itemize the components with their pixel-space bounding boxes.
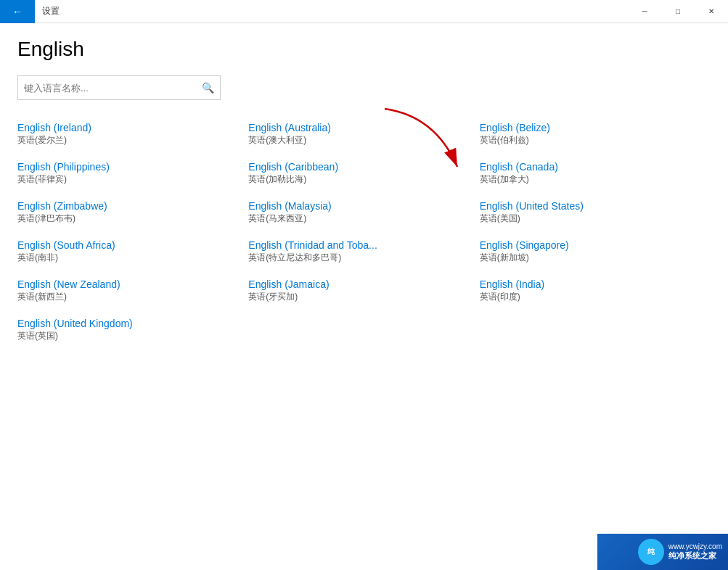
language-name[interactable]: English (Canada) <box>480 161 705 173</box>
back-button[interactable]: ← <box>0 0 35 23</box>
language-native: 英语(加拿大) <box>480 173 705 186</box>
language-name[interactable]: English (Caribbean) <box>248 161 473 173</box>
watermark-logo: 纯 <box>638 539 664 565</box>
language-native: 英语(马来西亚) <box>248 212 473 225</box>
language-native: 英语(加勒比海) <box>248 173 473 186</box>
titlebar: ← 设置 ─ □ ✕ <box>0 0 728 23</box>
language-item[interactable]: English (Australia)英语(澳大利亚) <box>248 117 479 154</box>
language-item[interactable]: English (Ireland)英语(爱尔兰) <box>17 117 248 154</box>
page-title: English <box>17 38 711 61</box>
language-item[interactable]: English (Trinidad and Toba...英语(特立尼达和多巴哥… <box>248 235 479 271</box>
language-item[interactable]: English (Malaysia)英语(马来西亚) <box>248 196 479 232</box>
language-native: 英语(爱尔兰) <box>17 134 242 146</box>
language-name[interactable]: English (India) <box>480 278 705 290</box>
language-item[interactable]: English (Jamaica)英语(牙买加) <box>248 274 479 310</box>
search-box[interactable]: 🔍 <box>17 75 221 100</box>
language-item[interactable]: English (Caribbean)英语(加勒比海) <box>248 157 479 193</box>
language-name[interactable]: English (United Kingdom) <box>17 318 242 329</box>
language-item[interactable]: English (Singapore)英语(新加坡) <box>480 235 711 271</box>
language-native: 英语(津巴布韦) <box>17 212 242 225</box>
language-native: 英语(菲律宾) <box>17 173 242 186</box>
language-item[interactable]: English (New Zealand)英语(新西兰) <box>17 274 248 310</box>
minimize-button[interactable]: ─ <box>628 0 661 23</box>
main-content: English 🔍 English (Ireland)英语(爱尔兰)Englis… <box>0 23 728 364</box>
language-name[interactable]: English (Trinidad and Toba... <box>248 239 473 251</box>
language-name[interactable]: English (Belize) <box>480 122 705 133</box>
language-grid: English (Ireland)英语(爱尔兰)English (Austral… <box>17 117 711 350</box>
search-input[interactable] <box>24 83 202 94</box>
language-name[interactable]: English (Jamaica) <box>248 278 473 290</box>
language-name[interactable]: English (South Africa) <box>17 239 242 251</box>
language-name[interactable]: English (Malaysia) <box>248 200 473 212</box>
language-native: 英语(牙买加) <box>248 291 473 303</box>
language-name[interactable]: English (United States) <box>480 200 705 212</box>
language-native: 英语(南非) <box>17 252 242 264</box>
language-item[interactable]: English (Belize)英语(伯利兹) <box>480 117 711 154</box>
language-name[interactable]: English (New Zealand) <box>17 278 242 290</box>
watermark: 纯 www.ycwjzy.com 纯净系统之家 <box>597 534 728 570</box>
language-native: 英语(英国) <box>17 330 242 342</box>
language-item[interactable]: English (United Kingdom)英语(英国) <box>17 313 248 350</box>
window-controls: ─ □ ✕ <box>628 0 728 23</box>
language-name[interactable]: English (Zimbabwe) <box>17 200 242 212</box>
language-item[interactable]: English (South Africa)英语(南非) <box>17 235 248 271</box>
language-native: 英语(印度) <box>480 291 705 303</box>
language-native: 英语(新加坡) <box>480 252 705 264</box>
back-arrow-icon: ← <box>12 6 23 17</box>
maximize-button[interactable]: □ <box>661 0 695 23</box>
language-name[interactable]: English (Singapore) <box>480 239 705 251</box>
language-item[interactable]: English (Philippines)英语(菲律宾) <box>17 157 248 193</box>
language-name[interactable]: English (Australia) <box>248 122 473 133</box>
close-button[interactable]: ✕ <box>695 0 728 23</box>
language-native: 英语(新西兰) <box>17 291 242 303</box>
language-name[interactable]: English (Ireland) <box>17 122 242 133</box>
language-native: 英语(美国) <box>480 212 705 225</box>
watermark-text: www.ycwjzy.com 纯净系统之家 <box>668 542 722 561</box>
language-item[interactable]: English (Zimbabwe)英语(津巴布韦) <box>17 196 248 232</box>
language-native: 英语(特立尼达和多巴哥) <box>248 252 473 264</box>
language-native: 英语(伯利兹) <box>480 134 705 146</box>
language-item[interactable]: English (United States)英语(美国) <box>480 196 711 232</box>
language-item[interactable]: English (India)英语(印度) <box>480 274 711 310</box>
language-name[interactable]: English (Philippines) <box>17 161 242 173</box>
window-title: 设置 <box>42 5 628 17</box>
language-item[interactable]: English (Canada)英语(加拿大) <box>480 157 711 193</box>
language-native: 英语(澳大利亚) <box>248 134 473 146</box>
search-icon: 🔍 <box>202 82 214 94</box>
